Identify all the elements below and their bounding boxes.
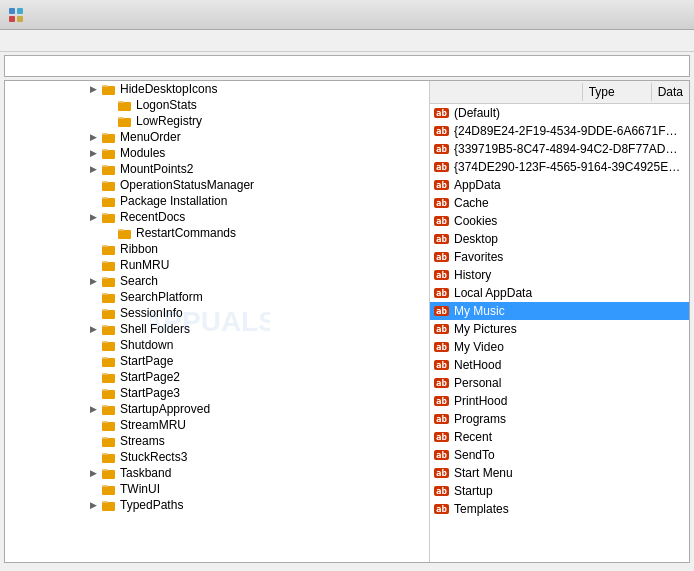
details-row[interactable]: abHistory <box>430 266 689 284</box>
tree-item[interactable]: Ribbon <box>5 241 429 257</box>
details-row[interactable]: abPrograms <box>430 410 689 428</box>
tree-pane[interactable]: ▶ HideDesktopIcons LogonStats LowRegistr… <box>5 81 430 562</box>
tree-item[interactable]: TWinUI <box>5 481 429 497</box>
expand-icon[interactable]: ▶ <box>85 500 101 510</box>
expand-icon[interactable]: ▶ <box>85 148 101 158</box>
tree-item-label: RestartCommands <box>136 226 236 240</box>
details-row[interactable]: ab{374DE290-123F-4565-9164-39C4925E467B.… <box>430 158 689 176</box>
tree-item[interactable]: StartPage3 <box>5 385 429 401</box>
menu-edit[interactable] <box>22 39 38 43</box>
details-row[interactable]: abNetHood <box>430 356 689 374</box>
details-row[interactable]: abStart Menu <box>430 464 689 482</box>
reg-type-icon: ab <box>434 252 454 262</box>
reg-type-icon: ab <box>434 486 454 496</box>
reg-type-icon: ab <box>434 432 454 442</box>
tree-item[interactable]: ▶ StartupApproved <box>5 401 429 417</box>
reg-entry-name: Desktop <box>454 232 685 246</box>
details-row[interactable]: ab{24D89E24-2F19-4534-9DDE-6A6671FBB8F..… <box>430 122 689 140</box>
details-row[interactable]: abMy Pictures <box>430 320 689 338</box>
svg-marker-18 <box>102 149 108 151</box>
tree-item[interactable]: StreamMRU <box>5 417 429 433</box>
svg-marker-78 <box>102 469 108 471</box>
details-row[interactable]: abCookies <box>430 212 689 230</box>
reg-entry-name: Programs <box>454 412 685 426</box>
tree-item[interactable]: ▶ MenuOrder <box>5 129 429 145</box>
expand-icon[interactable]: ▶ <box>85 132 101 142</box>
details-row[interactable]: abAppData <box>430 176 689 194</box>
details-row[interactable]: abLocal AppData <box>430 284 689 302</box>
menu-help[interactable] <box>76 39 92 43</box>
reg-type-icon: ab <box>434 234 454 244</box>
svg-marker-66 <box>102 405 108 407</box>
tree-item[interactable]: SearchPlatform <box>5 289 429 305</box>
tree-item[interactable]: ▶ HideDesktopIcons <box>5 81 429 97</box>
reg-entry-name: Local AppData <box>454 286 685 300</box>
reg-entry-name: My Pictures <box>454 322 685 336</box>
tree-item[interactable]: ▶ Search <box>5 273 429 289</box>
reg-type-icon: ab <box>434 378 454 388</box>
tree-item[interactable]: ▶ Modules <box>5 145 429 161</box>
col-data[interactable]: Data <box>652 83 689 101</box>
details-row[interactable]: abPersonal <box>430 374 689 392</box>
tree-item-label: OperationStatusManager <box>120 178 254 192</box>
tree-item[interactable]: ▶ RecentDocs <box>5 209 429 225</box>
reg-type-icon: ab <box>434 198 454 208</box>
details-pane[interactable]: Type Data ab(Default)ab{24D89E24-2F19-45… <box>430 81 689 562</box>
expand-icon[interactable]: ▶ <box>85 164 101 174</box>
details-row[interactable]: abStartup <box>430 482 689 500</box>
col-name[interactable] <box>430 83 583 101</box>
expand-icon[interactable]: ▶ <box>85 212 101 222</box>
tree-item[interactable]: RestartCommands <box>5 225 429 241</box>
svg-marker-33 <box>118 229 124 231</box>
tree-item-label: TWinUI <box>120 482 160 496</box>
details-row[interactable]: abSendTo <box>430 446 689 464</box>
tree-item[interactable]: Streams <box>5 433 429 449</box>
folder-icon <box>101 194 117 208</box>
reg-type-icon: ab <box>434 360 454 370</box>
folder-icon <box>101 386 117 400</box>
tree-item[interactable]: StartPage2 <box>5 369 429 385</box>
tree-item[interactable]: ▶ TypedPaths <box>5 497 429 513</box>
reg-entry-name: My Music <box>454 304 685 318</box>
main-content: ▶ HideDesktopIcons LogonStats LowRegistr… <box>4 80 690 563</box>
details-row[interactable]: abMy Music <box>430 302 689 320</box>
tree-item[interactable]: StuckRects3 <box>5 449 429 465</box>
menu-view[interactable] <box>40 39 56 43</box>
expand-icon[interactable]: ▶ <box>85 84 101 94</box>
tree-item[interactable]: ▶ MountPoints2 <box>5 161 429 177</box>
details-row[interactable]: abCache <box>430 194 689 212</box>
tree-item[interactable]: ▶ Shell Folders <box>5 321 429 337</box>
tree-item[interactable]: Package Installation <box>5 193 429 209</box>
tree-item[interactable]: SessionInfo <box>5 305 429 321</box>
details-row[interactable]: abFavorites <box>430 248 689 266</box>
tree-item[interactable]: LowRegistry <box>5 113 429 129</box>
reg-entry-name: SendTo <box>454 448 685 462</box>
details-row[interactable]: abTemplates <box>430 500 689 518</box>
reg-type-icon: ab <box>434 180 454 190</box>
details-row[interactable]: ab{339719B5-8C47-4894-94C2-D8F77ADD44... <box>430 140 689 158</box>
expand-icon[interactable]: ▶ <box>85 404 101 414</box>
address-bar[interactable] <box>4 55 690 77</box>
details-row[interactable]: abMy Video <box>430 338 689 356</box>
col-type[interactable]: Type <box>583 83 652 101</box>
expand-icon[interactable]: ▶ <box>85 276 101 286</box>
details-row[interactable]: ab(Default) <box>430 104 689 122</box>
details-row[interactable]: abDesktop <box>430 230 689 248</box>
details-row[interactable]: abRecent <box>430 428 689 446</box>
tree-item[interactable]: LogonStats <box>5 97 429 113</box>
details-row[interactable]: abPrintHood <box>430 392 689 410</box>
svg-marker-24 <box>102 181 108 183</box>
tree-item[interactable]: Shutdown <box>5 337 429 353</box>
expand-icon[interactable]: ▶ <box>85 468 101 478</box>
tree-item-label: RunMRU <box>120 258 169 272</box>
tree-item[interactable]: ▶ Taskband <box>5 465 429 481</box>
tree-item[interactable]: StartPage <box>5 353 429 369</box>
svg-rect-1 <box>17 8 23 14</box>
tree-item[interactable]: OperationStatusManager <box>5 177 429 193</box>
tree-item[interactable]: RunMRU <box>5 257 429 273</box>
menu-file[interactable] <box>4 39 20 43</box>
menu-favorites[interactable] <box>58 39 74 43</box>
expand-icon[interactable]: ▶ <box>85 324 101 334</box>
reg-entry-name: Favorites <box>454 250 685 264</box>
svg-rect-0 <box>9 8 15 14</box>
